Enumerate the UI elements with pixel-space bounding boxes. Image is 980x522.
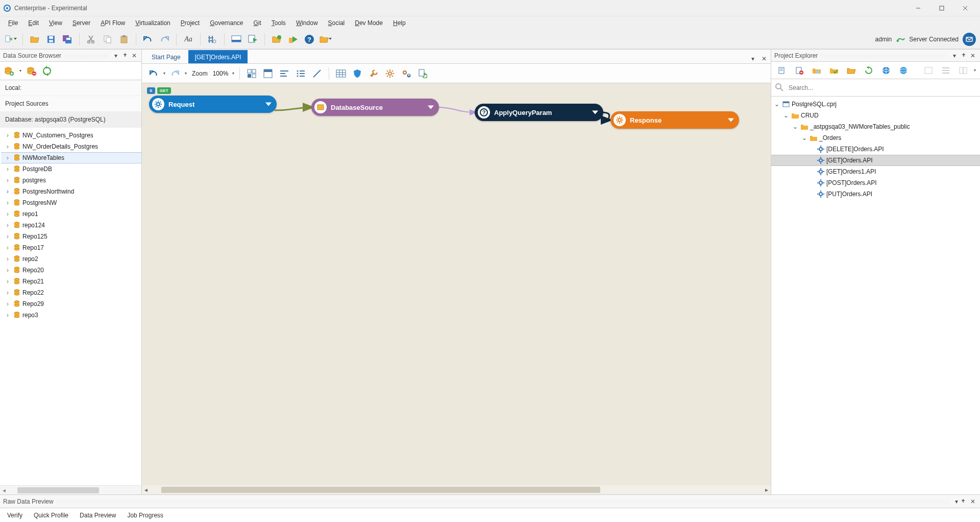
document-tab[interactable]: [GET]Orders.API — [188, 50, 248, 63]
maximize-button[interactable] — [930, 0, 953, 16]
raw-data-preview-header[interactable]: Raw Data Preview ▾ ✕ — [0, 494, 980, 508]
dsb-item[interactable]: ›Repo17 — [1, 242, 141, 253]
font-button[interactable]: Aa — [182, 33, 195, 46]
scrollbar-thumb[interactable] — [161, 487, 600, 493]
pe-api-item[interactable]: [DELETE]Orders.API — [771, 144, 980, 155]
run-button[interactable] — [246, 33, 259, 46]
expander-icon[interactable]: › — [4, 210, 11, 218]
dsb-item[interactable]: ›repo124 — [1, 220, 141, 231]
dsb-item[interactable]: ›repo3 — [1, 310, 141, 321]
pe-folder-mail-icon[interactable] — [810, 64, 823, 77]
dsb-item[interactable]: ›Repo125 — [1, 231, 141, 242]
expander-icon[interactable]: › — [4, 143, 11, 150]
pin-icon[interactable] — [961, 499, 969, 504]
dsb-item[interactable]: ›Repo20 — [1, 265, 141, 276]
panel-close-button[interactable]: ✕ — [969, 498, 977, 505]
list-icon[interactable] — [294, 67, 307, 80]
undo-designer-button[interactable] — [147, 67, 160, 80]
layout-column-button[interactable] — [261, 67, 275, 80]
panel-close-button[interactable]: ✕ — [969, 52, 977, 60]
panel-menu-button[interactable]: ▾ — [950, 52, 959, 60]
open-project-button[interactable] — [319, 33, 332, 46]
dsb-item[interactable]: ›Repo21 — [1, 276, 141, 287]
zoom-value[interactable]: 100% — [213, 70, 229, 77]
save-button[interactable] — [44, 33, 58, 46]
table-icon[interactable] — [334, 67, 348, 80]
connector-icon[interactable] — [310, 67, 324, 80]
expander-icon[interactable]: › — [4, 222, 11, 229]
pe-api-item[interactable]: [GET]Orders.API — [771, 155, 980, 166]
node-response[interactable]: Response — [610, 111, 739, 129]
pe-new-button[interactable] — [775, 64, 789, 77]
expander-icon[interactable]: › — [4, 267, 11, 274]
menu-view[interactable]: View — [45, 18, 66, 28]
section-database[interactable]: Database: astpgsqa03 (PostgreSQL) — [0, 112, 141, 128]
pe-globe-icon[interactable] — [897, 64, 910, 77]
panel-menu-button[interactable]: ▾ — [112, 52, 120, 60]
open-folder-button[interactable] — [28, 33, 41, 46]
search-input[interactable] — [788, 84, 976, 92]
expander-icon[interactable]: › — [4, 199, 11, 206]
menu-help[interactable]: Help — [389, 18, 410, 28]
expander-icon[interactable]: › — [4, 188, 11, 195]
pe-folder-open-icon[interactable] — [845, 64, 858, 77]
pe-tree[interactable]: ⌄ PostgreSQL.cprj ⌄ CRUD ⌄ _astpgsqa03_N… — [771, 97, 980, 494]
align-left-icon[interactable] — [278, 67, 291, 80]
pe-folder-crud[interactable]: ⌄ CRUD — [771, 110, 980, 121]
menu-virtualization[interactable]: Virtualization — [131, 18, 175, 28]
chevron-down-icon[interactable] — [428, 106, 434, 109]
expander-icon[interactable]: › — [4, 244, 11, 251]
dsb-item[interactable]: ›PostgreDB — [1, 163, 141, 175]
save-all-button[interactable] — [61, 33, 74, 46]
paste-button[interactable] — [117, 33, 131, 46]
pe-view3-icon[interactable] — [957, 64, 970, 77]
menu-governance[interactable]: Governance — [206, 18, 247, 28]
dsb-item[interactable]: ›repo1 — [1, 208, 141, 220]
shield-icon[interactable] — [351, 67, 364, 80]
play-all-button[interactable] — [286, 33, 300, 46]
dsb-tree[interactable]: ›NW_Customers_Postgres›NW_OrderDetails_P… — [0, 128, 141, 485]
menu-window[interactable]: Window — [292, 18, 322, 28]
refresh-button[interactable] — [42, 66, 52, 76]
dsb-item[interactable]: ›repo2 — [1, 253, 141, 265]
cut-button[interactable] — [85, 33, 98, 46]
remove-connection-button[interactable] — [27, 66, 37, 76]
expander-icon[interactable]: › — [4, 278, 11, 285]
expander-icon[interactable]: › — [4, 300, 11, 307]
layout-grid-button[interactable] — [245, 67, 258, 80]
redo-button[interactable] — [158, 33, 171, 46]
document-tab[interactable]: Start Page — [145, 50, 187, 63]
messages-button[interactable] — [963, 33, 976, 46]
doc-refresh-icon[interactable] — [416, 67, 429, 80]
redo-designer-button[interactable] — [168, 67, 182, 80]
find-button[interactable] — [206, 33, 219, 46]
menu-social[interactable]: Social — [324, 18, 349, 28]
horizontal-scrollbar[interactable]: ◂ — [0, 485, 141, 494]
section-project-sources[interactable]: Project Sources — [0, 96, 141, 112]
dsb-item[interactable]: ›NW_OrderDetails_Postgres — [1, 141, 141, 152]
pe-view2-icon[interactable] — [939, 64, 952, 77]
menu-git[interactable]: Git — [250, 18, 265, 28]
pe-folder-check-icon[interactable] — [827, 64, 841, 77]
tab-close-button[interactable]: ✕ — [760, 54, 769, 63]
help-button[interactable]: ? — [303, 33, 316, 46]
panel-close-button[interactable]: ✕ — [130, 52, 138, 60]
dsb-item[interactable]: ›Repo29 — [1, 298, 141, 310]
minimize-button[interactable] — [906, 0, 930, 16]
undo-button[interactable] — [141, 33, 155, 46]
menu-dev-mode[interactable]: Dev Mode — [351, 18, 387, 28]
chevron-down-icon[interactable] — [728, 118, 734, 122]
dsb-item[interactable]: ›postgres — [1, 175, 141, 186]
design-canvas[interactable]: S GET RequestDatabaseSource?ApplyQueryPa… — [142, 83, 771, 494]
scrollbar-thumb[interactable] — [17, 487, 99, 493]
tool-wrench-icon[interactable] — [367, 67, 380, 80]
expander-icon[interactable]: › — [4, 233, 11, 240]
canvas-horizontal-scrollbar[interactable]: ◂ ▸ — [142, 485, 771, 494]
panel-menu-button[interactable]: ▾ — [952, 498, 961, 505]
menu-server[interactable]: Server — [68, 18, 94, 28]
pe-folder-orders[interactable]: ⌄ _Orders — [771, 132, 980, 144]
pe-api-item[interactable]: [GET]Orders1.API — [771, 166, 980, 177]
node-dbsource[interactable]: DatabaseSource — [311, 99, 439, 116]
pe-folder-schema[interactable]: ⌄ _astpgsqa03_NWMoreTables_public — [771, 121, 980, 132]
new-button[interactable] — [4, 33, 17, 46]
